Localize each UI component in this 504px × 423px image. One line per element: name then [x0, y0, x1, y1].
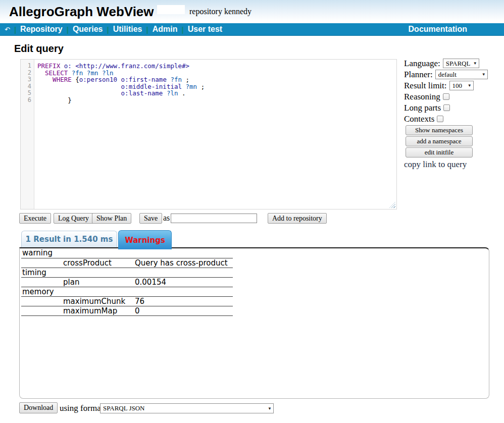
save-button[interactable]: Save — [139, 213, 162, 224]
contexts-label: Contexts — [404, 114, 434, 124]
reasoning-checkbox[interactable] — [443, 93, 449, 100]
reasoning-label: Reasoning — [404, 92, 440, 102]
line-number: 5 — [21, 90, 34, 97]
save-as-label: as — [163, 214, 170, 223]
section-label: timing — [21, 268, 233, 277]
resize-grip-icon[interactable] — [389, 202, 395, 208]
nav-item-admin[interactable]: Admin — [153, 25, 178, 34]
table-row: maximumMap0 — [21, 306, 233, 315]
chevron-down-icon: ▼ — [473, 61, 477, 66]
nav-item-documentation[interactable]: Documentation — [409, 25, 467, 34]
repository-label: repository kennedy — [189, 7, 251, 16]
planner-row: Planner: default ▼ — [404, 69, 493, 80]
row-key: maximumMap — [62, 306, 134, 315]
code-line: o:last-name ?ln . — [37, 90, 205, 97]
code-line: SELECT ?fn ?mn ?ln — [37, 70, 205, 77]
language-select[interactable]: SPARQL ▼ — [443, 59, 479, 68]
table-section-row: memory — [21, 287, 233, 296]
chevron-down-icon: ▼ — [482, 72, 486, 77]
planner-select[interactable]: default ▼ — [435, 70, 488, 79]
download-row: Download using format SPARQL JSON ▼ — [19, 402, 489, 414]
save-name-input[interactable] — [171, 214, 257, 223]
planner-label: Planner: — [404, 70, 433, 80]
row-key: crossProduct — [62, 258, 134, 268]
section-label: warning — [21, 248, 233, 258]
tab-warnings[interactable]: Warnings — [118, 230, 172, 249]
code-line: } — [37, 97, 205, 104]
table-row: plan0.00154 — [21, 277, 233, 287]
nav-item-repository[interactable]: Repository — [20, 25, 63, 34]
format-select-value: SPARQL JSON — [103, 404, 145, 412]
language-row: Language: SPARQL ▼ — [404, 58, 493, 69]
nav-item-user-test[interactable]: User test — [188, 25, 222, 34]
result-limit-select-value: 100 — [452, 82, 463, 90]
chevron-down-icon: ▼ — [268, 406, 272, 411]
checkbox-rows: ReasoningLong partsContexts — [404, 91, 493, 124]
line-number: 3 — [21, 76, 34, 83]
chevron-down-icon: ▼ — [468, 83, 472, 88]
show-namespaces-button[interactable]: Show namespaces — [406, 125, 473, 135]
page: AllegroGraph WebView repository kennedy … — [0, 0, 504, 423]
back-icon[interactable]: ↶ — [5, 26, 10, 33]
table-section-row: timing — [21, 268, 233, 277]
app-title: AllegroGraph WebView — [9, 4, 154, 20]
line-number: 2 — [21, 70, 34, 77]
execute-button[interactable]: Execute — [19, 213, 51, 224]
nav-item-utilities[interactable]: Utilities — [113, 25, 142, 34]
language-label: Language: — [404, 59, 440, 69]
row-value: Query has cross-product — [134, 258, 233, 268]
query-editor[interactable]: 123456 PREFIX o: <http://www.franz.com/s… — [20, 59, 397, 209]
header-white-box — [157, 5, 185, 14]
editor-code[interactable]: PREFIX o: <http://www.franz.com/simple#>… — [37, 63, 205, 103]
language-select-value: SPARQL — [446, 60, 471, 68]
line-number: 6 — [21, 97, 34, 104]
show-plan-button[interactable]: Show Plan — [92, 213, 131, 224]
row-indent — [21, 277, 62, 287]
result-limit-label: Result limit: — [404, 81, 447, 91]
query-options-panel: Language: SPARQL ▼ Planner: default ▼ Re… — [404, 58, 493, 170]
row-key: plan — [62, 277, 134, 287]
log-query-button[interactable]: Log Query — [54, 213, 93, 224]
reasoning-row: Reasoning — [404, 91, 493, 102]
row-value: 0.00154 — [134, 277, 233, 287]
result-limit-row: Result limit: 100 ▼ — [404, 80, 493, 91]
results-panel: warningcrossProductQuery has cross-produ… — [19, 247, 489, 399]
nav-separator: | — [181, 25, 183, 34]
row-indent — [21, 306, 62, 315]
copy-link-to-query[interactable]: copy link to query — [404, 160, 493, 170]
section-label: memory — [21, 287, 233, 296]
result-limit-select[interactable]: 100 ▼ — [449, 81, 474, 90]
row-indent — [21, 258, 62, 268]
contexts-checkbox[interactable] — [437, 116, 443, 122]
result-tabs: 1 Result in 1.540 msWarnings — [21, 230, 172, 249]
code-line: o:middle-initial ?mn ; — [37, 83, 205, 90]
planner-select-value: default — [438, 71, 457, 79]
code-line: WHERE {o:person10 o:first-name ?fn ; — [37, 76, 205, 83]
code-line: PREFIX o: <http://www.franz.com/simple#> — [37, 63, 205, 70]
long-parts-checkbox[interactable] — [443, 104, 450, 111]
using-format-label: using format — [60, 403, 103, 413]
nav-separator: | — [107, 25, 109, 34]
add-a-namespace-button[interactable]: add a namespace — [406, 136, 473, 146]
tab-1-result-in-1-540-ms[interactable]: 1 Result in 1.540 ms — [21, 231, 117, 247]
long-parts-row: Long parts — [404, 102, 493, 113]
actions-row: Execute Log Query Show Plan Save as Add … — [19, 213, 489, 224]
editor-gutter: 123456 — [21, 60, 34, 209]
table-row: maximumChunk76 — [21, 296, 233, 306]
row-value: 76 — [134, 296, 233, 306]
page-title: Edit query — [14, 43, 64, 55]
nav-separator: | — [146, 25, 148, 34]
contexts-row: Contexts — [404, 114, 493, 124]
table-section-row: warning — [21, 248, 233, 258]
line-number: 1 — [21, 63, 34, 70]
row-key: maximumChunk — [62, 296, 134, 306]
warnings-table: warningcrossProductQuery has cross-produ… — [21, 248, 233, 316]
edit-initfile-button[interactable]: edit initfile — [406, 147, 473, 157]
format-select[interactable]: SPARQL JSON ▼ — [100, 403, 274, 413]
add-to-repository-button[interactable]: Add to repository — [268, 213, 327, 224]
nav-separator: | — [14, 25, 16, 34]
navbar: ↶ |Repository|Queries|Utilities|Admin|Us… — [0, 23, 504, 36]
long-parts-label: Long parts — [404, 103, 441, 113]
nav-item-queries[interactable]: Queries — [73, 25, 103, 34]
download-button[interactable]: Download — [19, 402, 58, 413]
